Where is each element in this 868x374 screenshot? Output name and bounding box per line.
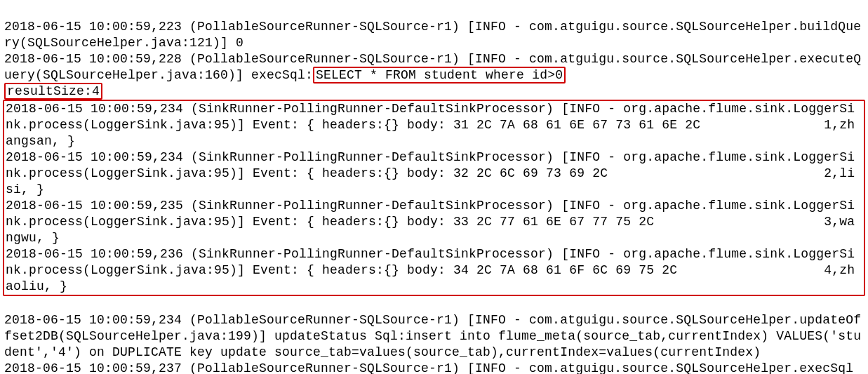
log-event-line: 2018-06-15 10:00:59,234 (SinkRunner-Poll…: [6, 102, 855, 148]
log-line: 2018-06-15 10:00:59,234 (PollableSourceR…: [4, 313, 861, 359]
highlighted-event-block: 2018-06-15 10:00:59,234 (SinkRunner-Poll…: [3, 100, 865, 296]
log-event-line: 2018-06-15 10:00:59,236 (SinkRunner-Poll…: [6, 247, 855, 293]
highlighted-result-size: resultSize:4: [4, 83, 102, 100]
highlighted-sql-query: SELECT * FROM student where id>0: [313, 67, 566, 84]
log-line: 2018-06-15 10:00:59,237 (PollableSourceR…: [4, 361, 861, 374]
log-event-line: 2018-06-15 10:00:59,235 (SinkRunner-Poll…: [6, 199, 855, 245]
log-line: 2018-06-15 10:00:59,223 (PollableSourceR…: [4, 20, 861, 50]
log-event-line: 2018-06-15 10:00:59,234 (SinkRunner-Poll…: [6, 150, 855, 196]
log-output: 2018-06-15 10:00:59,223 (PollableSourceR…: [4, 3, 864, 374]
